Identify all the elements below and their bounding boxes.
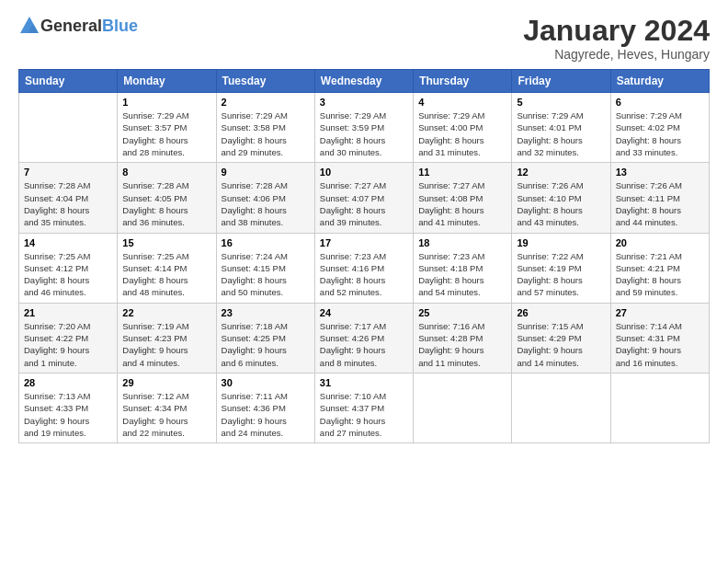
col-saturday: Saturday: [610, 70, 709, 93]
day-cell-4-4: [414, 373, 512, 442]
day-cell-0-3: 3Sunrise: 7:29 AMSunset: 3:59 PMDaylight…: [314, 93, 413, 163]
day-number: 29: [122, 377, 210, 388]
day-number: 31: [320, 377, 408, 388]
day-info: Sunrise: 7:17 AMSunset: 4:26 PMDaylight:…: [320, 320, 408, 369]
day-cell-0-6: 6Sunrise: 7:29 AMSunset: 4:02 PMDaylight…: [610, 93, 709, 163]
day-info: Sunrise: 7:18 AMSunset: 4:25 PMDaylight:…: [222, 320, 310, 369]
day-cell-0-1: 1Sunrise: 7:29 AMSunset: 3:57 PMDaylight…: [118, 93, 216, 163]
week-row-0: 1Sunrise: 7:29 AMSunset: 3:57 PMDaylight…: [19, 93, 710, 163]
day-cell-0-4: 4Sunrise: 7:29 AMSunset: 4:00 PMDaylight…: [414, 93, 512, 163]
day-info: Sunrise: 7:29 AMSunset: 4:02 PMDaylight:…: [616, 109, 704, 158]
day-cell-1-1: 8Sunrise: 7:28 AMSunset: 4:05 PMDaylight…: [118, 163, 216, 233]
col-friday: Friday: [512, 70, 610, 93]
logo-icon: [18, 15, 40, 37]
day-cell-0-5: 5Sunrise: 7:29 AMSunset: 4:01 PMDaylight…: [512, 93, 610, 163]
day-number: 30: [222, 377, 310, 388]
day-cell-2-0: 14Sunrise: 7:25 AMSunset: 4:12 PMDayligh…: [19, 233, 118, 303]
week-row-2: 14Sunrise: 7:25 AMSunset: 4:12 PMDayligh…: [19, 233, 710, 303]
day-cell-4-0: 28Sunrise: 7:13 AMSunset: 4:33 PMDayligh…: [19, 373, 118, 442]
day-info: Sunrise: 7:29 AMSunset: 3:57 PMDaylight:…: [122, 109, 210, 158]
day-number: 25: [418, 307, 506, 318]
day-info: Sunrise: 7:26 AMSunset: 4:11 PMDaylight:…: [616, 179, 704, 228]
day-number: 19: [517, 237, 605, 248]
day-number: 23: [222, 307, 310, 318]
subtitle: Nagyrede, Heves, Hungary: [523, 47, 710, 62]
day-cell-4-5: [512, 373, 610, 442]
day-number: 28: [24, 377, 112, 388]
day-number: 2: [222, 97, 310, 108]
week-row-4: 28Sunrise: 7:13 AMSunset: 4:33 PMDayligh…: [19, 373, 710, 442]
col-sunday: Sunday: [19, 70, 118, 93]
day-cell-1-2: 9Sunrise: 7:28 AMSunset: 4:06 PMDaylight…: [216, 163, 314, 233]
day-info: Sunrise: 7:15 AMSunset: 4:29 PMDaylight:…: [517, 320, 605, 369]
day-number: 4: [418, 97, 506, 108]
day-cell-2-3: 17Sunrise: 7:23 AMSunset: 4:16 PMDayligh…: [314, 233, 413, 303]
day-info: Sunrise: 7:10 AMSunset: 4:37 PMDaylight:…: [320, 390, 408, 439]
day-info: Sunrise: 7:28 AMSunset: 4:06 PMDaylight:…: [222, 179, 310, 228]
day-cell-4-2: 30Sunrise: 7:11 AMSunset: 4:36 PMDayligh…: [216, 373, 314, 442]
day-number: 10: [320, 167, 408, 178]
day-number: 9: [222, 167, 310, 178]
day-cell-3-1: 22Sunrise: 7:19 AMSunset: 4:23 PMDayligh…: [118, 303, 216, 373]
day-number: 8: [122, 167, 210, 178]
day-cell-4-3: 31Sunrise: 7:10 AMSunset: 4:37 PMDayligh…: [314, 373, 413, 442]
day-number: 16: [222, 237, 310, 248]
day-info: Sunrise: 7:29 AMSunset: 3:58 PMDaylight:…: [222, 109, 310, 158]
day-number: 12: [517, 167, 605, 178]
day-cell-2-1: 15Sunrise: 7:25 AMSunset: 4:14 PMDayligh…: [118, 233, 216, 303]
day-number: 11: [418, 167, 506, 178]
day-info: Sunrise: 7:25 AMSunset: 4:12 PMDaylight:…: [24, 250, 112, 299]
day-number: 21: [24, 307, 112, 318]
col-wednesday: Wednesday: [314, 70, 413, 93]
day-cell-3-2: 23Sunrise: 7:18 AMSunset: 4:25 PMDayligh…: [216, 303, 314, 373]
day-info: Sunrise: 7:24 AMSunset: 4:15 PMDaylight:…: [222, 250, 310, 299]
day-cell-3-0: 21Sunrise: 7:20 AMSunset: 4:22 PMDayligh…: [19, 303, 118, 373]
logo-general: General: [40, 17, 102, 36]
day-info: Sunrise: 7:20 AMSunset: 4:22 PMDaylight:…: [24, 320, 112, 369]
calendar-header-row: Sunday Monday Tuesday Wednesday Thursday…: [19, 70, 710, 93]
day-cell-0-0: [19, 93, 118, 163]
day-cell-1-5: 12Sunrise: 7:26 AMSunset: 4:10 PMDayligh…: [512, 163, 610, 233]
day-number: 3: [320, 97, 408, 108]
day-number: 1: [122, 97, 210, 108]
day-number: 22: [122, 307, 210, 318]
day-info: Sunrise: 7:11 AMSunset: 4:36 PMDaylight:…: [222, 390, 310, 439]
day-number: 24: [320, 307, 408, 318]
day-info: Sunrise: 7:14 AMSunset: 4:31 PMDaylight:…: [616, 320, 704, 369]
day-number: 13: [616, 167, 704, 178]
day-info: Sunrise: 7:29 AMSunset: 4:00 PMDaylight:…: [418, 109, 506, 158]
day-number: 27: [616, 307, 704, 318]
day-cell-3-5: 26Sunrise: 7:15 AMSunset: 4:29 PMDayligh…: [512, 303, 610, 373]
day-number: 26: [517, 307, 605, 318]
day-cell-4-1: 29Sunrise: 7:12 AMSunset: 4:34 PMDayligh…: [118, 373, 216, 442]
day-number: 18: [418, 237, 506, 248]
day-info: Sunrise: 7:12 AMSunset: 4:34 PMDaylight:…: [122, 390, 210, 439]
day-cell-2-6: 20Sunrise: 7:21 AMSunset: 4:21 PMDayligh…: [610, 233, 709, 303]
header: GeneralBlue January 2024 Nagyrede, Heves…: [18, 15, 710, 62]
day-cell-2-2: 16Sunrise: 7:24 AMSunset: 4:15 PMDayligh…: [216, 233, 314, 303]
col-monday: Monday: [118, 70, 216, 93]
day-number: 14: [24, 237, 112, 248]
col-tuesday: Tuesday: [216, 70, 314, 93]
day-cell-1-6: 13Sunrise: 7:26 AMSunset: 4:11 PMDayligh…: [610, 163, 709, 233]
day-number: 6: [616, 97, 704, 108]
day-info: Sunrise: 7:27 AMSunset: 4:08 PMDaylight:…: [418, 179, 506, 228]
day-info: Sunrise: 7:29 AMSunset: 3:59 PMDaylight:…: [320, 109, 408, 158]
day-number: 15: [122, 237, 210, 248]
day-info: Sunrise: 7:28 AMSunset: 4:05 PMDaylight:…: [122, 179, 210, 228]
day-number: 7: [24, 167, 112, 178]
day-info: Sunrise: 7:27 AMSunset: 4:07 PMDaylight:…: [320, 179, 408, 228]
week-row-1: 7Sunrise: 7:28 AMSunset: 4:04 PMDaylight…: [19, 163, 710, 233]
day-info: Sunrise: 7:25 AMSunset: 4:14 PMDaylight:…: [122, 250, 210, 299]
day-info: Sunrise: 7:28 AMSunset: 4:04 PMDaylight:…: [24, 179, 112, 228]
day-info: Sunrise: 7:21 AMSunset: 4:21 PMDaylight:…: [616, 250, 704, 299]
day-info: Sunrise: 7:26 AMSunset: 4:10 PMDaylight:…: [517, 179, 605, 228]
day-info: Sunrise: 7:23 AMSunset: 4:18 PMDaylight:…: [418, 250, 506, 299]
day-cell-0-2: 2Sunrise: 7:29 AMSunset: 3:58 PMDaylight…: [216, 93, 314, 163]
day-cell-4-6: [610, 373, 709, 442]
day-cell-1-4: 11Sunrise: 7:27 AMSunset: 4:08 PMDayligh…: [414, 163, 512, 233]
logo-blue: Blue: [102, 17, 138, 36]
day-cell-3-4: 25Sunrise: 7:16 AMSunset: 4:28 PMDayligh…: [414, 303, 512, 373]
day-number: 5: [517, 97, 605, 108]
week-row-3: 21Sunrise: 7:20 AMSunset: 4:22 PMDayligh…: [19, 303, 710, 373]
